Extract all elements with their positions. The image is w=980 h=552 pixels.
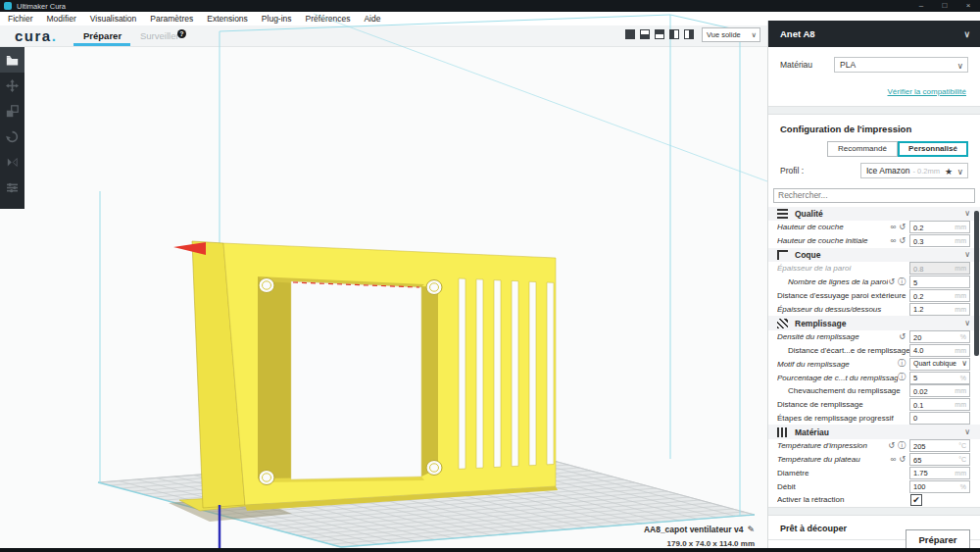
setting-input[interactable]: 0.2mm [909, 289, 970, 302]
setting-unit: mm [955, 347, 966, 354]
mirror-button[interactable] [0, 149, 24, 175]
setting-label: Activer la rétraction [777, 495, 910, 504]
info-icon[interactable]: ⓘ [898, 441, 906, 451]
setting-input[interactable]: 1.75mm [909, 467, 970, 479]
profile-dropdown[interactable]: Ice Amazon- 0.2mm ★ ∨ [860, 163, 968, 178]
move-button[interactable] [0, 73, 24, 98]
open-file-icon [6, 55, 19, 66]
prepare-button[interactable]: Préparer [906, 529, 970, 550]
info-icon[interactable]: ⓘ [898, 277, 906, 287]
divider [768, 106, 980, 115]
setting-unit: °C [958, 456, 966, 463]
settings-category-mat-riau[interactable]: Matériau∨ [768, 425, 980, 439]
setting-unit: mm [955, 306, 966, 313]
open-file-button[interactable] [0, 47, 24, 73]
setting-row-motif-du-remplissage: Motif du remplissageⓘQuart cubique∨ [768, 357, 980, 371]
menu-modifier[interactable]: Modifier [47, 14, 76, 24]
help-badge-icon[interactable]: ? [177, 29, 186, 38]
view-mode-dropdown[interactable]: Vue solide ∨ [702, 27, 760, 42]
camera-view-buttons [625, 29, 694, 39]
setting-value: 0.02 [913, 387, 928, 396]
revert-icon[interactable]: ↺ [888, 441, 895, 451]
setting-input[interactable]: 0 [909, 412, 970, 425]
model-info: AA8_capot ventilateur v4✎ 179.0 x 74.0 x… [644, 519, 755, 548]
overhang-marker [173, 242, 206, 255]
scale-button[interactable] [0, 98, 24, 124]
view-right-icon[interactable] [684, 29, 694, 39]
setting-input[interactable]: 5 [909, 276, 970, 288]
menu-aide[interactable]: Aide [364, 14, 380, 24]
category-label: Coque [795, 250, 964, 260]
setting-row-densit-du-remplissage: Densité du remplissage↺20% [768, 330, 980, 344]
revert-icon[interactable]: ↺ [899, 236, 906, 246]
view-front-icon[interactable] [640, 29, 650, 39]
chevron-down-icon: ∨ [964, 250, 970, 259]
checkbox[interactable]: ✔ [910, 494, 922, 506]
setting-input[interactable]: 0.1mm [909, 398, 970, 411]
setting-value: 205 [913, 442, 926, 451]
minimize-button[interactable]: – [909, 0, 933, 12]
view-mode-value: Vue solide [707, 30, 741, 39]
link-icon[interactable]: ∞ [891, 455, 897, 465]
material-dropdown[interactable]: PLA ∨ [834, 57, 968, 73]
link-icon[interactable]: ∞ [891, 223, 897, 232]
menu-plug-ins[interactable]: Plug-ins [262, 14, 292, 24]
link-icon[interactable]: ∞ [891, 236, 897, 246]
menu-visualisation[interactable]: Visualisation [90, 14, 137, 24]
maximize-button[interactable]: □ [933, 0, 956, 12]
printer-selector[interactable]: Anet A8 ∨ [768, 21, 980, 47]
setting-input[interactable]: 100% [909, 480, 970, 493]
settings-category-qualit[interactable]: Qualité∨ [768, 207, 980, 222]
setting-input[interactable]: 205°C [909, 439, 970, 452]
cura-window: Ultimaker Cura – □ × FichierModifierVisu… [0, 0, 980, 552]
setting-value: 5 [913, 278, 917, 287]
per-model-settings-button[interactable] [0, 175, 24, 200]
setting-row-paisseur-de-la-paroi: Épaisseur de la paroi0.8mm [768, 262, 980, 276]
setting-select[interactable]: Quart cubique∨ [909, 358, 970, 371]
revert-icon[interactable]: ↺ [899, 223, 906, 232]
compatibility-link[interactable]: Vérifier la compatibilité [888, 87, 966, 96]
setting-row-temp-rature-d-impression: Température d'impression↺ⓘ205°C [768, 439, 980, 453]
setting-input[interactable]: 5% [909, 372, 970, 384]
search-input[interactable] [773, 188, 975, 203]
star-icon[interactable]: ★ [945, 165, 953, 178]
menu-pr-f-rences[interactable]: Préférences [306, 14, 351, 24]
setting-input[interactable]: 4.0mm [909, 344, 970, 357]
view-left-icon[interactable] [669, 29, 679, 39]
settings-category-remplissage[interactable]: Remplissage∨ [768, 316, 980, 330]
menu-fichier[interactable]: Fichier [8, 14, 33, 24]
setting-input[interactable]: 65°C [909, 453, 970, 466]
revert-icon[interactable]: ↺ [899, 332, 906, 342]
info-icon[interactable]: ⓘ [898, 359, 906, 369]
setting-input[interactable]: 0.02mm [909, 384, 970, 397]
setting-unit: mm [955, 224, 966, 230]
setting-row-distance-d-essuyage-paroi-ext-rieure: Distance d'essuyage paroi extérieure0.2m… [768, 289, 980, 303]
setting-value: 1.75 [913, 469, 928, 477]
left-toolbar [0, 47, 24, 209]
setting-input[interactable]: 0.2mm [909, 221, 970, 233]
revert-icon[interactable]: ↺ [888, 277, 895, 287]
settings-list: Qualité∨Hauteur de couche∞↺0.2mmHauteur … [768, 207, 980, 507]
rotate-button[interactable] [0, 124, 24, 149]
settings-category-coque[interactable]: Coque∨ [768, 248, 980, 263]
setting-input[interactable]: 0.3mm [909, 234, 970, 247]
setting-input[interactable]: 20% [909, 330, 970, 343]
model-fan-cover[interactable] [169, 241, 558, 522]
recommended-button[interactable]: Recommandé [827, 141, 898, 157]
setting-input[interactable]: 1.2mm [909, 303, 970, 316]
edit-pencil-icon[interactable]: ✎ [747, 525, 755, 534]
model-dimensions: 179.0 x 74.0 x 114.0 mm [644, 539, 755, 548]
revert-icon[interactable]: ↺ [899, 455, 906, 465]
menu-extensions[interactable]: Extensions [207, 14, 248, 24]
settings-scrollbar[interactable] [974, 211, 979, 356]
tab-preparer[interactable]: Préparer [83, 30, 122, 41]
view-top-icon[interactable] [655, 29, 664, 39]
tab-surveiller[interactable]: Surveiller [140, 30, 179, 41]
custom-button[interactable]: Personnalisé [898, 141, 968, 157]
close-button[interactable]: × [956, 0, 980, 12]
menu-param-tres[interactable]: Paramètres [150, 14, 193, 24]
view-3d-icon[interactable] [625, 29, 635, 39]
info-icon[interactable]: ⓘ [898, 373, 906, 382]
shell-icon [777, 250, 788, 260]
setting-input[interactable]: 0.8mm [909, 262, 970, 275]
